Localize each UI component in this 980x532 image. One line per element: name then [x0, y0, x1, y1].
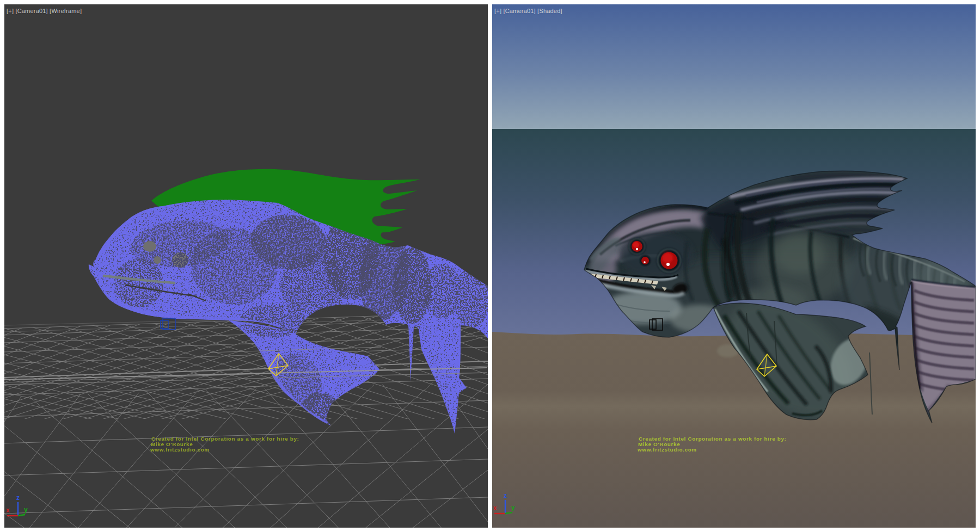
svg-text:[+] [Camera01] [Shaded]: [+] [Camera01] [Shaded] [494, 8, 562, 14]
svg-text:z: z [504, 492, 507, 499]
svg-text:www.fritzstudio.com: www.fritzstudio.com [150, 447, 210, 453]
svg-text:www.fritzstudio.com: www.fritzstudio.com [637, 447, 697, 453]
svg-text:x: x [493, 504, 497, 512]
svg-text:z: z [16, 494, 20, 502]
svg-text:x: x [6, 506, 10, 514]
svg-text:y: y [511, 504, 515, 511]
svg-text:[+] [Camera01] [Wireframe]: [+] [Camera01] [Wireframe] [7, 8, 82, 14]
svg-text:y: y [24, 506, 28, 514]
